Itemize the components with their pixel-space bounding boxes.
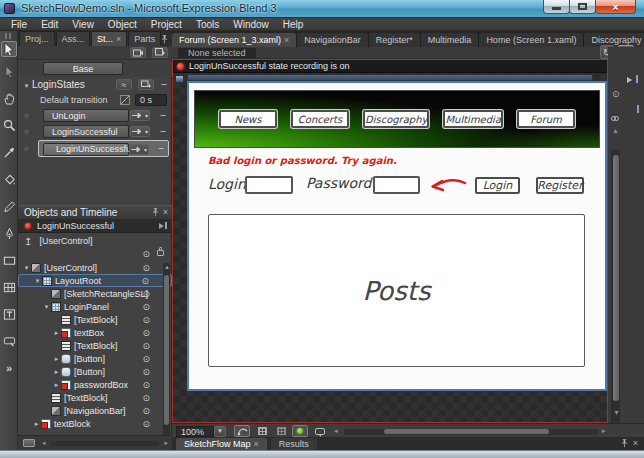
add-state-group-icon[interactable] <box>152 47 168 58</box>
eye-icon[interactable]: ⊙ <box>142 289 150 299</box>
pin-icon[interactable] <box>152 208 159 217</box>
menu-object[interactable]: Object <box>101 18 144 31</box>
tab-parts[interactable]: Parts <box>128 31 161 46</box>
delete-state-group-icon[interactable]: − <box>161 80 167 90</box>
menu-tools[interactable]: Tools <box>189 18 226 31</box>
eye-icon[interactable]: ⊙ <box>142 302 150 312</box>
paint-bucket-tool[interactable] <box>1 171 17 187</box>
base-state-pill[interactable]: Base <box>43 62 123 75</box>
tab-close-icon[interactable]: × <box>284 35 289 45</box>
menu-file[interactable]: File <box>4 18 34 31</box>
annotations-eye-icon[interactable]: ⊙ <box>612 89 620 99</box>
scroll-left-icon[interactable]: ◂ <box>334 427 338 435</box>
state-pill[interactable]: LoginUnSuccessful <box>43 143 129 156</box>
eye-icon[interactable]: ⊙ <box>142 315 150 325</box>
active-storyboard-row[interactable]: LoginUnSuccessful <box>18 219 172 233</box>
sketch-error-text[interactable]: Bad login or password. Try again. <box>208 155 397 166</box>
eye-icon[interactable]: ⊙ <box>142 406 150 416</box>
menu-window[interactable]: Window <box>226 18 276 31</box>
state-row-loginunsuccessful-selected[interactable]: ○ LoginUnSuccessful ▾ − <box>18 140 172 158</box>
artboard-vscrollbar[interactable] <box>611 149 620 445</box>
expander-icon[interactable]: ▸ <box>52 381 61 389</box>
close-button[interactable]: × <box>595 0 636 14</box>
eye-icon[interactable]: ⊙ <box>142 263 150 273</box>
panel-close-icon[interactable]: × <box>633 439 638 448</box>
expander-icon[interactable]: ▸ <box>32 420 41 428</box>
more-tools-button[interactable]: » <box>1 360 17 376</box>
scroll-right-icon[interactable]: ▸ <box>602 427 606 435</box>
easing-icon[interactable] <box>120 95 130 105</box>
menu-project[interactable]: Project <box>144 18 189 31</box>
base-radio-icon[interactable]: ○ <box>24 144 29 153</box>
sketch-password-textbox[interactable] <box>373 176 420 194</box>
tree-row-usercontrol[interactable]: ▾ [UserControl] ⊙ <box>18 261 172 274</box>
snap-to-grid-icon[interactable] <box>273 425 289 437</box>
expander-icon[interactable]: ▾ <box>42 303 51 311</box>
text-tool[interactable] <box>1 306 17 322</box>
doc-tab-discography[interactable]: Discography <box>584 33 644 47</box>
tab-states[interactable]: St...× <box>91 31 127 46</box>
breadcrumb[interactable]: None selected <box>178 48 256 58</box>
delete-state-icon[interactable]: − <box>160 127 166 137</box>
expander-icon[interactable]: ▾ <box>22 264 31 272</box>
title-bar[interactable]: SketchFlowDemo.sln - Microsoft Expressio… <box>0 0 644 18</box>
doc-tab-navigationbar[interactable]: NavigationBar <box>297 33 369 47</box>
link-chain-icon[interactable] <box>611 107 619 125</box>
show-grid-icon[interactable] <box>254 425 270 437</box>
collapsed-panel-tab[interactable] <box>633 99 639 117</box>
eye-icon[interactable]: ⊙ <box>142 367 150 377</box>
tab-projects[interactable]: Proj... <box>19 31 55 46</box>
state-group-header[interactable]: ▾ LoginStates ≈ − <box>18 78 172 93</box>
artboard-vscrollbar-thumb[interactable] <box>613 155 619 401</box>
sketch-posts-area[interactable]: Posts <box>208 214 585 367</box>
tab-results[interactable]: Results <box>271 438 317 450</box>
sketch-login-textbox[interactable] <box>245 176 293 194</box>
tree-row-textblock2[interactable]: ▸ textBlock ⊙ <box>18 417 172 430</box>
add-transition-icon[interactable]: ▾ <box>129 144 149 155</box>
group-expander-icon[interactable]: ▾ <box>22 82 31 90</box>
sketch-login-label[interactable]: Login <box>208 176 246 192</box>
tree-row-button[interactable]: ▸ [Button] ⊙ <box>18 352 172 365</box>
zoom-level[interactable]: 100% <box>176 426 214 437</box>
tree-row-passwordbox[interactable]: ▸ passwordBox ⊙ <box>18 378 172 391</box>
state-row-unlogin[interactable]: ○ UnLogin ▾ − <box>18 108 172 124</box>
base-radio-icon[interactable]: ○ <box>24 127 29 136</box>
tab-close-icon[interactable]: × <box>254 439 259 449</box>
tree-row-textbox[interactable]: ▸ textBox ⊙ <box>18 326 172 339</box>
storyboard-closed-icon[interactable] <box>23 439 35 447</box>
expander-icon[interactable]: ▾ <box>33 277 42 285</box>
eye-icon[interactable]: ⊙ <box>142 341 150 351</box>
delete-state-icon[interactable]: − <box>160 111 166 121</box>
maximize-button[interactable] <box>569 0 596 14</box>
artboard-hscrollbar[interactable] <box>344 429 598 435</box>
toolbox-grip[interactable] <box>5 33 13 39</box>
snap-to-snaplines-icon[interactable] <box>292 425 308 437</box>
tab-assets[interactable]: Ass... <box>56 31 91 46</box>
scroll-up-icon[interactable]: ▲ <box>164 264 170 270</box>
zoom-dropdown-icon[interactable]: ▾ <box>214 426 226 437</box>
sketch-nav-button-concerts[interactable]: Concerts <box>291 110 349 128</box>
pin-icon[interactable] <box>161 35 168 44</box>
doc-tab-multimedia[interactable]: Multimedia <box>421 33 480 47</box>
menu-help[interactable]: Help <box>276 18 311 31</box>
expander-icon[interactable]: ▸ <box>52 329 61 337</box>
scroll-down-icon[interactable]: ▼ <box>613 409 620 416</box>
objects-hscrollbar[interactable] <box>51 441 159 446</box>
tab-close-icon[interactable]: × <box>116 34 121 44</box>
tree-scrollbar-thumb[interactable] <box>164 275 169 425</box>
sketch-nav-button-multimedia[interactable]: Multimedia <box>443 110 503 128</box>
pencil-tool[interactable] <box>1 198 17 214</box>
default-transition-duration[interactable]: 0 s <box>135 94 167 106</box>
sketch-login-button[interactable]: Login <box>475 177 520 194</box>
state-row-loginsuccessful[interactable]: ○ LoginSuccessful ▾ − <box>18 124 172 140</box>
scope-row[interactable]: ↥ [UserControl] <box>18 234 172 248</box>
design-page[interactable]: News Concerts Discography Multimedia For… <box>187 81 607 391</box>
tree-row-textblock[interactable]: [TextBlock] ⊙ <box>18 339 172 352</box>
expander-icon[interactable]: ▸ <box>52 355 61 363</box>
scroll-right-icon[interactable]: ▸ <box>164 439 168 447</box>
eye-icon[interactable]: ⊙ <box>142 419 150 429</box>
scroll-left-icon[interactable]: ◂ <box>42 439 46 447</box>
transition-preview-icon[interactable] <box>130 47 146 58</box>
tree-row-sketchrectangle[interactable]: [SketchRectangleSL] ⊙ <box>18 287 172 300</box>
collapsed-panel-play-tab[interactable] <box>627 69 638 87</box>
